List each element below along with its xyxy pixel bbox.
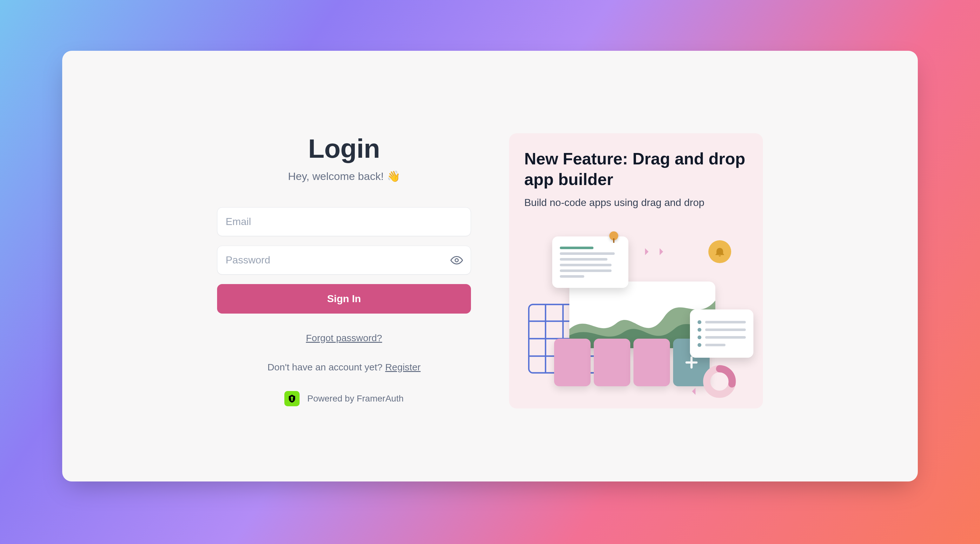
page-title: Login	[308, 133, 380, 164]
feature-panel: New Feature: Drag and drop app builder B…	[509, 133, 763, 409]
password-field-wrap	[217, 246, 471, 275]
password-input[interactable]	[217, 246, 471, 274]
framerauth-logo-icon	[284, 391, 299, 406]
powered-by: Powered by FramerAuth	[284, 391, 403, 406]
register-link[interactable]: Register	[385, 362, 421, 372]
eye-icon[interactable]	[450, 254, 463, 267]
tile-icon	[633, 339, 670, 386]
note-card-icon	[552, 237, 628, 288]
page-subtitle: Hey, welcome back! 👋	[288, 170, 400, 183]
list-card-icon	[690, 309, 753, 358]
tile-icon	[594, 339, 630, 386]
tile-icon	[554, 339, 590, 386]
no-account-prefix: Don't have an account yet?	[267, 362, 385, 372]
field-group: Sign In	[217, 207, 471, 313]
feature-illustration	[528, 240, 744, 386]
email-input[interactable]	[217, 208, 471, 236]
login-form: Login Hey, welcome back! 👋 Sign In Forgo…	[217, 133, 471, 406]
svg-point-0	[455, 259, 458, 262]
bell-icon	[708, 240, 731, 263]
feature-subtitle: Build no-code apps using drag and drop	[524, 197, 748, 208]
feature-title: New Feature: Drag and drop app builder	[524, 148, 748, 190]
powered-by-text: Powered by FramerAuth	[307, 394, 403, 404]
no-account-text: Don't have an account yet? Register	[267, 362, 421, 372]
donut-chart-icon	[703, 365, 736, 398]
email-field-wrap	[217, 207, 471, 236]
chevron-right-icon	[640, 245, 668, 259]
signin-button[interactable]: Sign In	[217, 284, 471, 313]
forgot-password-link[interactable]: Forgot password?	[306, 332, 382, 344]
pin-icon	[609, 231, 618, 240]
login-card: Login Hey, welcome back! 👋 Sign In Forgo…	[62, 51, 918, 482]
